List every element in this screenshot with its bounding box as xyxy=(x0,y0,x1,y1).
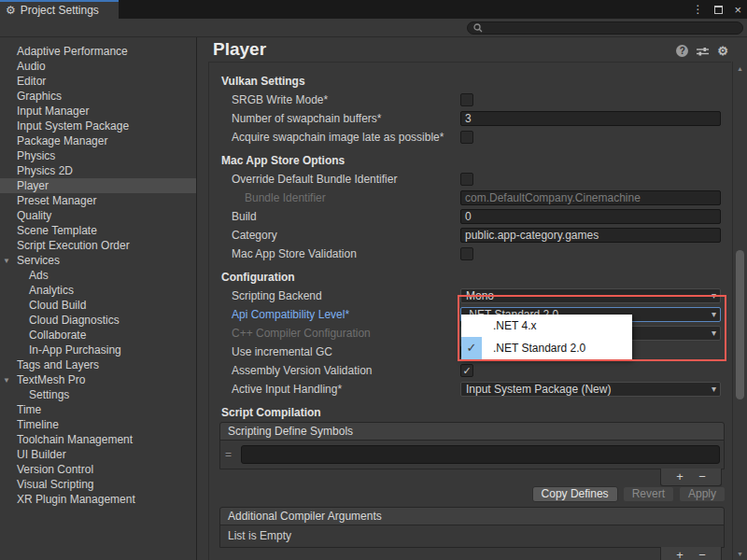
sidebar-item-graphics[interactable]: Graphics xyxy=(0,89,196,104)
sidebar-item-preset-manager[interactable]: Preset Manager xyxy=(0,193,196,208)
checkbox-assembly-version-validation[interactable]: ✓ xyxy=(460,364,473,377)
sidebar-item-label: Cloud Build xyxy=(29,299,86,312)
define-symbols-remove-button[interactable]: − xyxy=(698,469,706,484)
foldout-arrow-icon[interactable]: ▼ xyxy=(3,254,10,269)
checkbox-override-default-bundle-identifier[interactable] xyxy=(460,173,473,186)
setting-row-build: Build xyxy=(209,207,731,226)
setting-row-bundle-identifier: Bundle Identifier xyxy=(209,189,731,207)
setting-row-scripting-backend: Scripting BackendMono▾ xyxy=(209,287,731,305)
setting-label: Bundle Identifier xyxy=(209,191,326,204)
sidebar-item-label: Ads xyxy=(29,269,49,282)
sidebar-item-toolchain-management[interactable]: Toolchain Management xyxy=(0,432,196,447)
search-box[interactable] xyxy=(467,21,743,35)
checkbox-acquire-swapchain-image-late-as-possible[interactable] xyxy=(460,131,473,144)
setting-label: Active Input Handling* xyxy=(209,383,342,396)
sidebar-item-timeline[interactable]: Timeline xyxy=(0,417,196,432)
sidebar-item-input-manager[interactable]: Input Manager xyxy=(0,104,196,119)
define-symbols-add-button[interactable]: + xyxy=(676,469,684,484)
text-field-build[interactable] xyxy=(460,209,721,224)
setting-row-acquire-swapchain-image-late-as-possible: Acquire swapchain image late as possible… xyxy=(209,128,731,147)
help-icon[interactable]: ? xyxy=(676,45,688,57)
sidebar-item-scene-template[interactable]: Scene Template xyxy=(0,223,196,238)
sidebar-item-services[interactable]: ▼Services xyxy=(0,253,196,268)
sidebar-item-label: Services xyxy=(17,254,60,267)
sidebar-item-visual-scripting[interactable]: Visual Scripting xyxy=(0,477,196,492)
dropdown-active-input-handling[interactable]: Input System Package (New)▾ xyxy=(460,382,721,397)
compiler-arguments-header: Additional Compiler Arguments xyxy=(220,508,724,525)
popup-option-net-standard-2-0[interactable]: ✓.NET Standard 2.0 xyxy=(461,337,632,359)
scrollbar-thumb[interactable] xyxy=(736,250,744,399)
sidebar-item-settings[interactable]: Settings xyxy=(0,387,196,402)
sidebar-item-cloud-diagnostics[interactable]: Cloud Diagnostics xyxy=(0,313,196,328)
sidebar-item-version-control[interactable]: Version Control xyxy=(0,462,196,477)
sidebar-item-ads[interactable]: Ads xyxy=(0,268,196,283)
api-compatibility-dropdown-popup: .NET 4.x✓.NET Standard 2.0 xyxy=(461,315,632,359)
sidebar-item-in-app-purchasing[interactable]: In-App Purchasing xyxy=(0,343,196,357)
section-header-script-compilation: Script Compilation xyxy=(209,403,731,422)
checkbox-mac-app-store-validation[interactable] xyxy=(460,247,473,260)
setting-row-assembly-version-validation: Assembly Version Validation✓ xyxy=(209,361,731,380)
popup-option-net-4-x[interactable]: .NET 4.x xyxy=(461,315,632,337)
revert-button[interactable]: Revert xyxy=(623,486,674,502)
text-field-category[interactable] xyxy=(460,228,721,243)
sidebar-item-player[interactable]: Player xyxy=(0,178,196,193)
sidebar-item-label: Visual Scripting xyxy=(17,478,94,491)
text-field-number-of-swapchain-buffers[interactable] xyxy=(460,111,721,126)
titlebar: ⚙ Project Settings ⋮ × xyxy=(0,0,747,19)
sidebar-item-label: Editor xyxy=(17,75,46,88)
sidebar-item-input-system-package[interactable]: Input System Package xyxy=(0,119,196,133)
scroll-up-icon[interactable]: ▲ xyxy=(733,65,747,72)
vertical-scrollbar[interactable]: ▲ ▼ xyxy=(732,62,747,560)
sidebar-item-editor[interactable]: Editor xyxy=(0,74,196,89)
apply-button[interactable]: Apply xyxy=(679,486,726,502)
sidebar-item-time[interactable]: Time xyxy=(0,402,196,417)
checkmark-icon: ✓ xyxy=(461,337,482,359)
sidebar-item-physics-2d[interactable]: Physics 2D xyxy=(0,163,196,178)
chevron-down-icon: ▾ xyxy=(712,289,716,302)
settings-gear-icon[interactable]: ⚙ xyxy=(717,44,728,58)
dropdown-value: Input System Package (New) xyxy=(466,383,611,396)
presets-icon[interactable] xyxy=(697,46,709,57)
sidebar-item-cloud-build[interactable]: Cloud Build xyxy=(0,298,196,313)
scroll-down-icon[interactable]: ▼ xyxy=(733,551,747,557)
close-icon[interactable]: × xyxy=(734,3,741,17)
setting-row-active-input-handling: Active Input Handling*Input System Packa… xyxy=(209,380,731,399)
sidebar-item-label: Script Execution Order xyxy=(17,239,130,252)
compiler-arguments-footer: +− xyxy=(660,547,722,560)
sidebar-item-textmesh-pro[interactable]: ▼TextMesh Pro xyxy=(0,372,196,387)
sidebar-item-physics[interactable]: Physics xyxy=(0,148,196,163)
search-input[interactable] xyxy=(486,22,737,34)
dropdown-scripting-backend[interactable]: Mono▾ xyxy=(460,288,721,303)
window-menu-icon[interactable]: ⋮ xyxy=(692,3,703,16)
define-symbol-input[interactable] xyxy=(241,445,720,464)
maximize-icon[interactable] xyxy=(714,6,723,14)
sidebar-item-script-execution-order[interactable]: Script Execution Order xyxy=(0,238,196,253)
sidebar-item-collaborate[interactable]: Collaborate xyxy=(0,328,196,343)
project-settings-gear-icon: ⚙ xyxy=(6,4,16,17)
sidebar-item-analytics[interactable]: Analytics xyxy=(0,283,196,298)
drag-handle-icon[interactable]: = xyxy=(225,448,236,461)
compiler-arguments-remove-button[interactable]: − xyxy=(698,548,706,560)
section-header-configuration: Configuration xyxy=(209,268,731,287)
sidebar-item-audio[interactable]: Audio xyxy=(0,59,196,74)
sidebar-item-label: Collaborate xyxy=(29,329,86,342)
sidebar-item-tags-and-layers[interactable]: Tags and Layers xyxy=(0,357,196,372)
tab-project-settings[interactable]: ⚙ Project Settings xyxy=(0,0,119,19)
window-controls: ⋮ × xyxy=(692,0,741,19)
checkbox-srgb-write-mode[interactable] xyxy=(460,93,473,106)
sidebar-item-ui-builder[interactable]: UI Builder xyxy=(0,447,196,462)
setting-row-override-default-bundle-identifier: Override Default Bundle Identifier xyxy=(209,170,731,189)
copy-defines-button[interactable]: Copy Defines xyxy=(532,486,618,502)
sidebar-item-adaptive-performance[interactable]: Adaptive Performance xyxy=(0,44,196,59)
foldout-arrow-icon[interactable]: ▼ xyxy=(3,373,10,388)
define-symbols-header: Scripting Define Symbols xyxy=(220,423,724,441)
text-field-bundle-identifier[interactable] xyxy=(460,190,721,205)
sidebar-item-label: Cloud Diagnostics xyxy=(29,314,120,327)
compiler-arguments-add-button[interactable]: + xyxy=(676,548,684,560)
sidebar-item-label: Package Manager xyxy=(17,134,107,147)
setting-row-category: Category xyxy=(209,226,731,245)
sidebar-item-xr-plugin-management[interactable]: XR Plugin Management xyxy=(0,492,196,507)
section-header-mac-app-store-options: Mac App Store Options xyxy=(209,151,731,170)
sidebar-item-quality[interactable]: Quality xyxy=(0,208,196,223)
sidebar-item-package-manager[interactable]: Package Manager xyxy=(0,133,196,148)
